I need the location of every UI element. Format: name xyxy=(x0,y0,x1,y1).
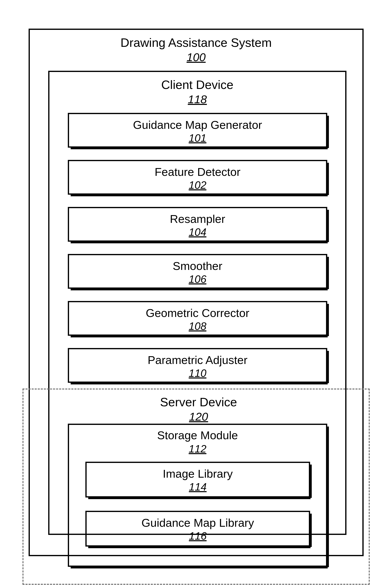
module-title: Guidance Map Generator xyxy=(69,118,326,131)
feature-detector-box: Feature Detector 102 xyxy=(68,160,327,195)
system-ref: 100 xyxy=(186,51,206,64)
module-ref: 104 xyxy=(189,226,206,238)
system-title-block: Drawing Assistance System 100 xyxy=(30,30,362,64)
module-ref: 102 xyxy=(189,179,206,191)
server-device-boundary xyxy=(22,389,370,585)
module-title: Resampler xyxy=(69,212,326,225)
module-ref: 108 xyxy=(189,320,206,332)
system-title: Drawing Assistance System xyxy=(30,36,362,50)
guidance-map-generator-box: Guidance Map Generator 101 xyxy=(68,113,327,148)
module-ref: 110 xyxy=(189,367,206,379)
smoother-box: Smoother 106 xyxy=(68,254,327,289)
diagram-page: Drawing Assistance System 100 Client Dev… xyxy=(28,29,364,556)
module-title: Parametric Adjuster xyxy=(69,353,326,367)
client-title-block: Client Device 118 xyxy=(50,72,345,106)
module-title: Feature Detector xyxy=(69,165,326,178)
module-title: Smoother xyxy=(69,259,326,272)
client-title: Client Device xyxy=(50,78,345,92)
module-ref: 101 xyxy=(189,132,206,144)
module-title: Geometric Corrector xyxy=(69,306,326,320)
client-ref: 118 xyxy=(188,93,207,106)
geometric-corrector-box: Geometric Corrector 108 xyxy=(68,301,327,336)
parametric-adjuster-box: Parametric Adjuster 110 xyxy=(68,348,327,383)
module-ref: 106 xyxy=(189,273,206,285)
resampler-box: Resampler 104 xyxy=(68,207,327,242)
